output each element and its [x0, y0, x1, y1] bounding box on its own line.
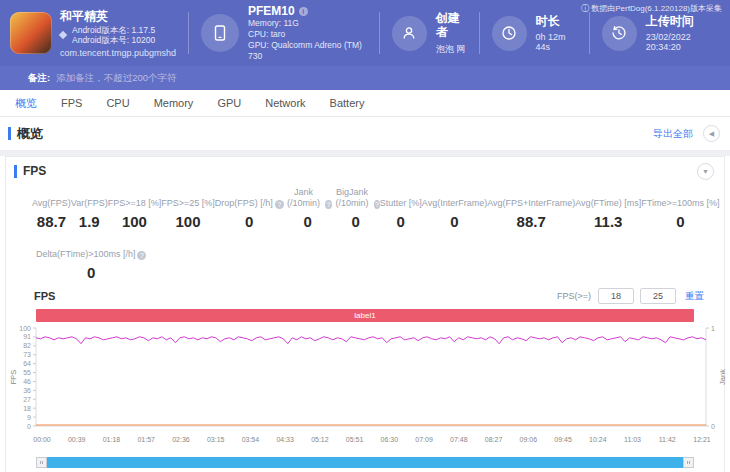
fps-line-chart[interactable]: 1009182736455463627189010FPSJank00:0000:… [6, 322, 730, 452]
fps-panel: FPS ▼ Avg(FPS)88.7Var(FPS)1.9FPS>=18 [%]… [5, 156, 725, 472]
tab-GPU[interactable]: GPU [217, 97, 241, 109]
tab-Battery[interactable]: Battery [330, 97, 365, 109]
diamond-icon [59, 30, 67, 38]
svg-text:27: 27 [23, 396, 31, 403]
svg-text:05:12: 05:12 [311, 436, 329, 443]
user-icon [392, 16, 427, 51]
phone-icon [201, 14, 239, 52]
divider [589, 12, 590, 54]
metric-FTime>=100ms [%]: FTime>=100ms [%]0 [641, 187, 719, 230]
divider [188, 12, 189, 54]
svg-text:82: 82 [23, 342, 31, 349]
metric-value: 88.7 [517, 213, 546, 230]
fps-metrics-row2: Delta(FTime)>100ms [/h]?0 [6, 230, 724, 281]
svg-text:46: 46 [23, 378, 31, 385]
metric-value: 0 [245, 213, 253, 230]
info-icon[interactable]: ? [275, 200, 284, 209]
metric-value: 100 [122, 213, 147, 230]
tab-概览[interactable]: 概览 [15, 96, 37, 111]
creator-label: 创建者 [436, 11, 467, 39]
duration-group: 时长 0h 12m 44s [492, 0, 577, 66]
game-app-icon [10, 12, 52, 54]
metric-Avg(InterFrame): Avg(InterFrame)0 [422, 187, 487, 230]
metric-Avg(FPS+InterFrame): Avg(FPS+InterFrame)88.7 [487, 187, 575, 230]
metric-value: 0 [352, 213, 360, 230]
svg-text:09:45: 09:45 [554, 436, 572, 443]
svg-text:100: 100 [19, 325, 31, 332]
metric-Var(FPS): Var(FPS)1.9 [71, 187, 108, 230]
svg-text:12:21: 12:21 [693, 436, 711, 443]
tab-bar: 概览FPSCPUMemoryGPUNetworkBattery [0, 90, 730, 117]
metric-BigJank (/10min): BigJank (/10min)?0 [332, 187, 380, 230]
tab-Network[interactable]: Network [265, 97, 305, 109]
scrollbar-left-handle[interactable] [36, 457, 47, 468]
duration-label: 时长 [536, 14, 577, 28]
metric-label: FTime>=100ms [%] [641, 187, 719, 209]
scrollbar-track[interactable] [47, 457, 683, 468]
chart-scrollbar[interactable] [36, 457, 694, 468]
chart-label1-banner: label1 [36, 309, 694, 322]
metric-Avg(FPS): Avg(FPS)88.7 [32, 187, 71, 230]
collapse-left-button[interactable]: ◀ [703, 125, 720, 142]
svg-text:9: 9 [27, 414, 31, 421]
clock-icon [492, 16, 527, 51]
fps-threshold-input-1[interactable] [598, 288, 634, 304]
scrollbar-right-handle[interactable] [683, 457, 694, 468]
tab-CPU[interactable]: CPU [106, 97, 129, 109]
section-accent-bar [14, 165, 17, 178]
creator-value: 泡泡 网 [436, 43, 467, 56]
metric-label: FPS>=18 [%] [108, 187, 162, 209]
metric-FPS>=25 [%]: FPS>=25 [%]100 [161, 187, 215, 230]
metric-label: FPS>=25 [%] [161, 187, 215, 209]
metric-value: 1.9 [79, 213, 100, 230]
svg-text:03:15: 03:15 [207, 436, 225, 443]
metric-value: 100 [175, 213, 200, 230]
device-info-group: PFEM10 i Memory: 11G CPU: taro GPU: Qual… [201, 0, 367, 66]
tab-Memory[interactable]: Memory [154, 97, 194, 109]
metric-label: Avg(FPS+InterFrame) [487, 187, 575, 209]
svg-text:00:39: 00:39 [68, 436, 86, 443]
info-icon[interactable]: ? [137, 251, 146, 260]
metric-label: Jank (/10min)? [284, 187, 332, 209]
remark-label: 备注: [28, 72, 50, 85]
fps-threshold-input-2[interactable] [640, 288, 676, 304]
app-info-group: 和平精英 Android版本名: 1.17.5 Android版本号: 1020… [10, 0, 176, 66]
metric-Stutter [%]: Stutter [%]0 [380, 187, 422, 230]
tab-FPS[interactable]: FPS [61, 97, 82, 109]
app-package: com.tencent.tmgp.pubgmshd [60, 48, 176, 58]
reset-button[interactable]: 重置 [685, 290, 704, 303]
remark-placeholder: 添加备注，不超过200个字符 [56, 72, 176, 85]
fps-panel-title: FPS [23, 164, 46, 178]
overview-section-header: 概览 导出全部 ◀ [0, 117, 730, 150]
svg-text:64: 64 [23, 360, 31, 367]
remark-bar[interactable]: 备注: 添加备注，不超过200个字符 [0, 66, 730, 90]
metric-FPS>=18 [%]: FPS>=18 [%]100 [108, 187, 162, 230]
metric-label: Stutter [%] [380, 187, 422, 209]
svg-text:10:24: 10:24 [589, 436, 607, 443]
svg-text:1: 1 [711, 325, 715, 332]
metric-value: 88.7 [37, 213, 66, 230]
svg-text:09:06: 09:06 [520, 436, 538, 443]
device-info-icon[interactable]: i [299, 7, 308, 16]
divider [379, 12, 380, 54]
app-version-code: Android版本号: 10200 [72, 35, 155, 45]
svg-text:08:27: 08:27 [485, 436, 503, 443]
metric-value: 11.3 [594, 213, 622, 230]
report-header: 和平精英 Android版本名: 1.17.5 Android版本号: 1020… [0, 0, 730, 66]
collapse-down-button[interactable]: ▼ [697, 163, 714, 180]
perfdog-version-note: ⓘ 数据由PerfDog(6.1.220128)版本采集 [581, 3, 722, 14]
creator-group: 创建者 泡泡 网 [392, 0, 467, 66]
svg-text:07:48: 07:48 [450, 436, 468, 443]
export-all-link[interactable]: 导出全部 [653, 127, 693, 141]
metric-label: Var(FPS) [71, 187, 108, 209]
svg-text:05:51: 05:51 [346, 436, 364, 443]
fps-chart-toolbar: FPS FPS(>=) 重置 [6, 285, 724, 307]
fps-threshold-label: FPS(>=) [557, 291, 591, 301]
metric-value: 0 [87, 264, 95, 281]
app-version-name: Android版本名: 1.17.5 [72, 25, 155, 35]
svg-text:Jank: Jank [718, 369, 727, 385]
svg-text:07:09: 07:09 [415, 436, 433, 443]
history-clock-icon [602, 16, 637, 51]
svg-text:11:03: 11:03 [624, 436, 641, 443]
svg-text:01:57: 01:57 [137, 436, 155, 443]
